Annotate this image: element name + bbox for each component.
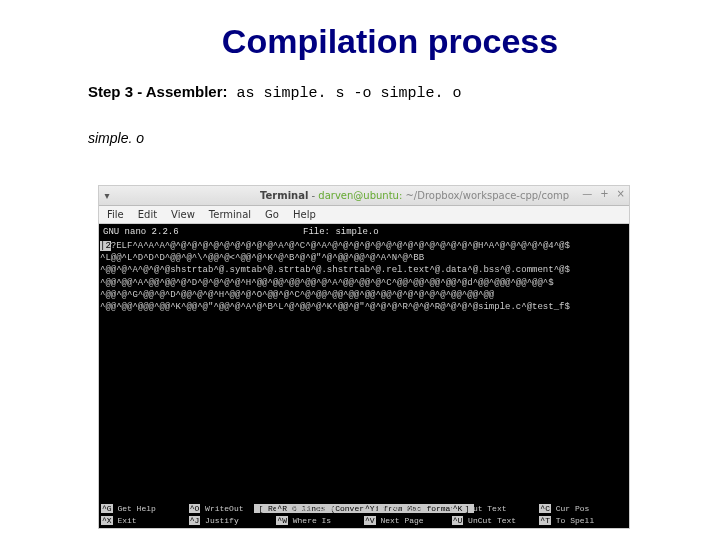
help-where-is: ^W Where Is [276,516,364,527]
help-label: Justify [200,516,238,525]
help-key: ^C [539,504,551,513]
content-text: ?ELF^A^A^A^@^@^@^@^@^@^@^@^@^@^A^@^C^@^A… [111,241,570,251]
help-label: Exit [113,516,137,525]
nano-content: |2?ELF^A^A^A^@^@^@^@^@^@^@^@^@^@^A^@^C^@… [99,240,629,313]
close-icon[interactable]: × [617,188,625,199]
help-key: ^J [189,516,201,525]
content-line: ^L@@^L^D^D^D^@@^@^\^@@^@<^@@^@^K^@^B^@^@… [100,252,628,264]
minimize-icon[interactable]: — [582,188,592,199]
help-key: ^K [452,504,464,513]
output-filename: simple. o [0,102,720,146]
titlebar-text: Terminal - darven@ubuntu: ~/Dropbox/work… [115,190,569,201]
help-label: UnCut Text [463,516,516,525]
help-writeout: ^O WriteOut [189,504,277,515]
help-prev-page: ^Y Prev Page [364,504,452,515]
help-next-page: ^V Next Page [364,516,452,527]
menu-terminal[interactable]: Terminal [209,209,251,220]
titlebar-user: darven@ubuntu: [318,190,402,201]
nano-file-label: File: simple.o [233,226,625,238]
help-label: Prev Page [376,504,424,513]
inv-marker: |2 [100,241,111,251]
help-exit: ^X Exit [101,516,189,527]
titlebar-app: Terminal [260,190,308,201]
help-uncut-text: ^U UnCut Text [452,516,540,527]
nano-header: GNU nano 2.2.6 File: simple.o [99,224,629,240]
help-key: ^T [539,516,551,525]
help-key: ^Y [364,504,376,513]
nano-help-row-1: ^G Get Help ^O WriteOut ^R Read File ^Y … [99,504,629,516]
help-to-spell: ^T To Spell [539,516,627,527]
help-key: ^R [276,504,288,513]
help-label: To Spell [551,516,594,525]
menu-help[interactable]: Help [293,209,316,220]
help-label: WriteOut [200,504,243,513]
help-label: Cur Pos [551,504,589,513]
nano-version: GNU nano 2.2.6 [103,226,233,238]
titlebar-dash: - [308,190,318,201]
content-line: ^@@^@@^@@@^@@^K^@@^@"^@@^@^A^@^B^L^@^@@^… [100,301,628,313]
slide-title: Compilation process [0,0,720,61]
window-titlebar[interactable]: ▾ Terminal - darven@ubuntu: ~/Dropbox/wo… [99,186,629,206]
help-key: ^U [452,516,464,525]
dropdown-icon[interactable]: ▾ [99,190,115,201]
help-read-file: ^R Read File [276,504,364,515]
help-label: Read File [288,504,336,513]
help-key: ^V [364,516,376,525]
help-label: Get Help [113,504,156,513]
help-cur-pos: ^C Cur Pos [539,504,627,515]
menu-go[interactable]: Go [265,209,279,220]
help-key: ^G [101,504,113,513]
titlebar-path: ~/Dropbox/workspace-cpp/comp [402,190,569,201]
content-line: ^@@^@@^A^@@^@@^@^D^@^@^@^@^H^@@^@@^@@^@@… [100,277,628,289]
help-key: ^W [276,516,288,525]
maximize-icon[interactable]: + [600,188,608,199]
content-line: ^@@^@^G^@@^@^D^@@^@^@^H^@@^@^O^@@^@^C^@^… [100,289,628,301]
menu-view[interactable]: View [171,209,195,220]
menubar: File Edit View Terminal Go Help [99,206,629,224]
help-get-help: ^G Get Help [101,504,189,515]
step-line: Step 3 - Assembler: as simple. s -o simp… [0,61,720,102]
step-command: as simple. s -o simple. o [228,85,462,102]
help-key: ^O [189,504,201,513]
help-label: Where Is [288,516,331,525]
content-line: ^@@^@^A^@^@^@shstrtab^@.symtab^@.strtab^… [100,264,628,276]
menu-edit[interactable]: Edit [138,209,157,220]
step-label: Step 3 - Assembler: [88,83,228,100]
terminal-window: ▾ Terminal - darven@ubuntu: ~/Dropbox/wo… [98,185,630,529]
terminal-area[interactable]: GNU nano 2.2.6 File: simple.o |2?ELF^A^A… [99,224,629,528]
content-line: |2?ELF^A^A^A^@^@^@^@^@^@^@^@^@^@^A^@^C^@… [100,240,628,252]
help-justify: ^J Justify [189,516,277,527]
help-label: Cut Text [463,504,506,513]
menu-file[interactable]: File [107,209,124,220]
nano-help-row-2: ^X Exit ^J Justify ^W Where Is ^V Next P… [99,516,629,528]
help-label: Next Page [376,516,424,525]
help-cut-text: ^K Cut Text [452,504,540,515]
help-key: ^X [101,516,113,525]
